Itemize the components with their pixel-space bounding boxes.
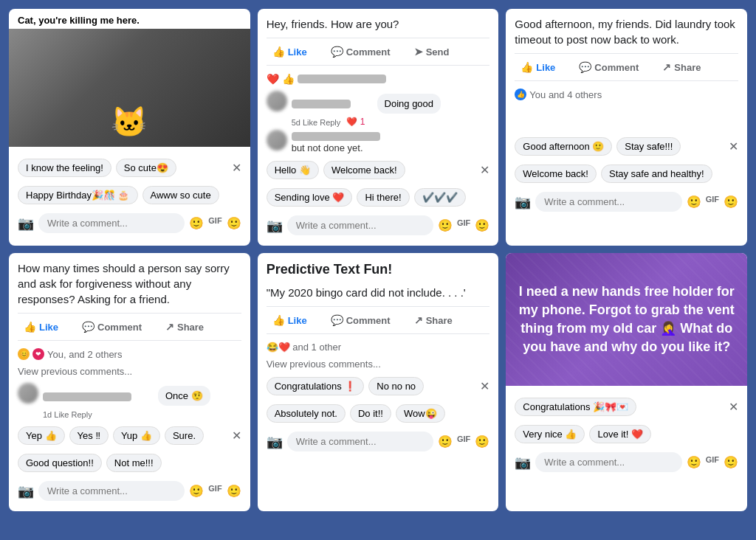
card3-qr-2[interactable]: Welcome back! <box>515 165 597 183</box>
card4-qr-4[interactable]: Good question!! <box>18 454 102 472</box>
card2-qr-3[interactable]: Hi there! <box>357 188 409 207</box>
card6-qr-0[interactable]: Congratulations 🎉🎀💌 <box>515 398 636 416</box>
card2-title: Hey, friends. How are you? <box>267 16 490 32</box>
quick-reply-3[interactable]: Awww so cute <box>142 186 219 204</box>
card3-share-btn[interactable]: ↗ Share <box>656 58 707 76</box>
close-btn-4[interactable]: ✕ <box>232 429 241 443</box>
card5-emoji-icon[interactable]: 🙂 <box>475 435 489 449</box>
card3-gif-icon[interactable]: GIF <box>706 195 719 209</box>
card2-gif-icon[interactable]: GIF <box>457 218 470 232</box>
card5-comment-label: Comment <box>346 315 391 326</box>
quick-reply-2[interactable]: Happy Birthday🎉🎊 🎂 <box>18 186 138 204</box>
card2-qr-4[interactable]: ✔️✔️✔️ <box>414 188 466 207</box>
card2-quick-replies: Hello 👋 Welcome back! ✕ <box>267 156 490 184</box>
card2-qr-0[interactable]: Hello 👋 <box>267 161 319 179</box>
card4-gif-icon[interactable]: GIF <box>208 484 221 498</box>
card4-qr-3[interactable]: Sure. <box>165 426 204 445</box>
close-btn-5[interactable]: ✕ <box>480 379 489 393</box>
card3-like-btn[interactable]: 👍 Like <box>515 58 561 76</box>
close-btn-6[interactable]: ✕ <box>729 400 738 414</box>
card3-qr-1[interactable]: Stay safe!!! <box>616 137 681 156</box>
card2-comment-row: 📷 🙂 GIF 🙂 <box>267 211 490 238</box>
card4-like-btn[interactable]: 👍 Like <box>18 318 64 336</box>
card4-qr-0[interactable]: Yep 👍 <box>18 426 65 445</box>
card5-qr-1[interactable]: No no no <box>368 377 424 395</box>
card2-comment2-row: but not done yet. <box>267 130 490 153</box>
card2-content: Hey, friends. How are you? 👍 Like 💬 Comm… <box>258 9 499 246</box>
card5-qr-0[interactable]: Congratulations ❗ <box>267 377 365 395</box>
card4-emoji-icon[interactable]: 🙂 <box>227 484 241 498</box>
card3-comment-label: Comment <box>594 62 639 73</box>
card4-view-prev[interactable]: View previous comments... <box>18 363 241 380</box>
card3-like-icon: 👍 <box>520 61 533 73</box>
card3-qr-0[interactable]: Good afternoon 🙂 <box>515 137 612 156</box>
close-btn-1[interactable]: ✕ <box>232 161 241 175</box>
close-btn-2[interactable]: ✕ <box>480 163 489 177</box>
card5-camera-icon: 📷 <box>267 434 283 450</box>
card6-emoji-icon[interactable]: 🙂 <box>724 455 738 469</box>
card4-comment-row: 📷 🙂 GIF 🙂 <box>18 477 241 504</box>
card4-qr-2[interactable]: Yup 👍 <box>113 426 160 445</box>
card3-like-emoji: 👍 <box>515 89 526 100</box>
card2-commenter1-avatar <box>267 91 287 111</box>
send-icon: ➤ <box>414 46 423 58</box>
card4-comment-label: Comment <box>97 322 142 333</box>
card6-qr-2[interactable]: Love it! ❤️ <box>589 425 651 443</box>
card2-commenter1-name <box>292 100 351 108</box>
card2-qr-2[interactable]: Sending love ❤️ <box>267 188 353 207</box>
card2-send-btn[interactable]: ➤ Send <box>408 43 456 60</box>
card6-comment-input[interactable] <box>535 452 681 472</box>
card1-quick-replies: I know the feeling! So cute😍 ✕ <box>18 154 241 181</box>
card5-like-label: Like <box>288 315 307 326</box>
card4-love-emoji: ❤ <box>32 348 44 360</box>
card3-quick-replies-2: Welcome back! Stay safe and healthy! <box>515 160 738 187</box>
card6-gif-icon[interactable]: GIF <box>706 455 719 469</box>
card2-comment-btn[interactable]: 💬 Comment <box>325 43 396 60</box>
card5-view-prev[interactable]: View previous comments... <box>267 356 490 373</box>
quick-reply-1[interactable]: So cute😍 <box>116 159 176 177</box>
card6-quick-replies: Congratulations 🎉🎀💌 ✕ <box>515 393 738 420</box>
card2-like-btn[interactable]: 👍 Like <box>267 43 313 60</box>
card1-comment-input[interactable] <box>38 213 185 233</box>
close-btn-3[interactable]: ✕ <box>729 139 738 153</box>
card5-qr-2[interactable]: Absolutely not. <box>267 404 346 423</box>
card4-reactions: 😊 ❤ You, and 2 others <box>18 345 241 363</box>
card5-like-btn[interactable]: 👍 Like <box>267 311 313 329</box>
card2-comment-input[interactable] <box>287 215 433 235</box>
card5-qr-4[interactable]: Wow😜 <box>396 404 445 423</box>
card5-qr-3[interactable]: Do it!! <box>350 404 391 423</box>
card5-gif-icon[interactable]: GIF <box>457 435 470 449</box>
card2-reactions: ❤️ 👍 <box>267 70 490 88</box>
card2-sticker-icon: 🙂 <box>438 218 453 232</box>
card3-share-label: Share <box>674 62 701 73</box>
card3-spacer <box>515 103 738 133</box>
card1-comment-row: 📷 🙂 GIF 🙂 <box>18 209 241 236</box>
card3-comment-btn[interactable]: 💬 Comment <box>573 58 645 76</box>
card2-emoji-icon[interactable]: 🙂 <box>475 218 489 232</box>
card6-image-text: I need a new hands free holder for my ph… <box>518 283 735 357</box>
cat-image: 🐱 <box>9 29 250 147</box>
card2-qr-1[interactable]: Welcome back! <box>323 161 405 179</box>
card4-share-btn[interactable]: ↗ Share <box>159 318 210 336</box>
emoji-icon[interactable]: 🙂 <box>227 216 241 230</box>
card5-share-btn[interactable]: ↗ Share <box>408 311 458 329</box>
card5-comment-input[interactable] <box>287 432 433 451</box>
card5-comment-btn[interactable]: 💬 Comment <box>325 311 396 329</box>
card4-like-label: Like <box>39 322 58 333</box>
quick-reply-0[interactable]: I know the feeling! <box>18 159 111 177</box>
card4-comment-input[interactable] <box>38 481 185 501</box>
card4-comment1-body: Once 🤨 1d Like Reply <box>43 383 210 419</box>
gif-icon[interactable]: GIF <box>208 216 221 230</box>
card4-quick-replies: Yep 👍 Yes ‼️ Yup 👍 Sure. ✕ <box>18 422 241 449</box>
card5-content: Predictive Text Fun! "My 2020 bingo card… <box>258 253 499 511</box>
card3-emoji-icon[interactable]: 🙂 <box>724 195 738 209</box>
card3-qr-3[interactable]: Stay safe and healthy! <box>601 165 712 183</box>
card4-qr-1[interactable]: Yes ‼️ <box>69 426 109 445</box>
card3-action-bar: 👍 Like 💬 Comment ↗ Share <box>515 53 738 81</box>
card4-comment-btn[interactable]: 💬 Comment <box>76 318 148 336</box>
card4-qr-5[interactable]: Not me!!! <box>106 454 162 472</box>
card2-input-icons: 🙂 GIF 🙂 <box>438 218 489 232</box>
cat-bg: 🐱 <box>9 29 250 147</box>
card3-comment-input[interactable] <box>535 192 681 212</box>
card6-qr-1[interactable]: Very nice 👍 <box>515 425 585 443</box>
